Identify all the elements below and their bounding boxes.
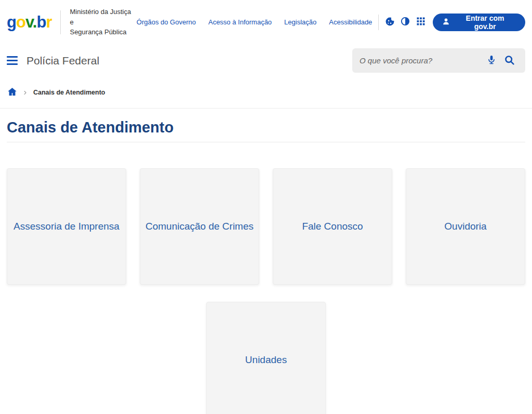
govbr-logo-letter: v — [25, 13, 33, 31]
govbr-logo[interactable]: gov.br — [7, 13, 51, 32]
contrast-icon — [401, 17, 410, 28]
link-orgaos-do-governo[interactable]: Órgãos do Governo — [137, 18, 196, 26]
cookie-settings-button[interactable] — [382, 15, 397, 30]
apps-menu-button[interactable] — [413, 15, 429, 30]
breadcrumb-current: Canais de Atendimento — [33, 89, 105, 96]
card-label: Fale Conosco — [302, 221, 363, 232]
org-title[interactable]: Polícia Federal — [26, 55, 99, 67]
home-icon — [7, 87, 17, 98]
search-input[interactable] — [360, 56, 483, 65]
search-box — [352, 48, 525, 73]
cards-row-top: Assessoria de Imprensa Comunicação de Cr… — [7, 168, 525, 285]
link-legislacao[interactable]: Legislação — [284, 18, 316, 26]
search-icon — [504, 55, 515, 67]
user-icon — [442, 18, 450, 27]
govbr-logo-letter: b — [36, 13, 46, 31]
org-bar-left: Polícia Federal — [7, 54, 99, 68]
login-button[interactable]: Entrar com gov.br — [433, 14, 525, 31]
card-label: Ouvidoria — [444, 221, 486, 232]
login-button-label: Entrar com gov.br — [454, 14, 516, 31]
ministry-name-line2: Segurança Pública — [70, 27, 136, 37]
search-submit-button[interactable] — [500, 53, 518, 69]
contrast-toggle-button[interactable] — [397, 15, 413, 30]
header-vertical-divider — [378, 15, 379, 30]
card-comunicacao-de-crimes[interactable]: Comunicação de Crimes — [140, 168, 259, 285]
card-label: Unidades — [245, 354, 287, 366]
apps-grid-icon — [416, 17, 425, 28]
breadcrumb: Canais de Atendimento — [0, 77, 532, 109]
cookie-icon — [385, 17, 395, 28]
govbr-logo-letter: r — [46, 13, 51, 31]
gov-header-left: gov.br Ministério da Justiça e Segurança… — [7, 7, 137, 37]
gov-header-links: Órgãos do Governo Acesso à Informação Le… — [137, 18, 373, 26]
gov-header-bar: gov.br Ministério da Justiça e Segurança… — [0, 0, 532, 44]
breadcrumb-chevron-icon — [23, 88, 28, 97]
microphone-icon — [486, 55, 497, 66]
link-acesso-a-informacao[interactable]: Acesso à Informação — [208, 18, 272, 26]
ministry-name[interactable]: Ministério da Justiça e Segurança Públic… — [70, 7, 136, 37]
card-ouvidoria[interactable]: Ouvidoria — [406, 168, 525, 285]
govbr-logo-letter: g — [7, 13, 16, 31]
gov-header-right: Órgãos do Governo Acesso à Informação Le… — [137, 14, 525, 31]
org-bar: Polícia Federal — [0, 44, 532, 77]
card-label: Comunicação de Crimes — [145, 221, 254, 232]
link-acessibilidade[interactable]: Acessibilidade — [329, 18, 372, 26]
hamburger-menu-icon[interactable] — [7, 54, 20, 68]
header-vertical-divider — [60, 10, 61, 34]
card-label: Assessoria de Imprensa — [14, 221, 119, 232]
ministry-name-line1: Ministério da Justiça e — [70, 7, 136, 27]
voice-search-button[interactable] — [483, 53, 500, 69]
page-title: Canais de Atendimento — [7, 119, 525, 142]
breadcrumb-home-link[interactable] — [7, 87, 17, 98]
govbr-logo-letter: o — [16, 13, 25, 31]
cards-row-bottom: Unidades — [7, 302, 525, 414]
card-fale-conosco[interactable]: Fale Conosco — [273, 168, 392, 285]
card-assessoria-de-imprensa[interactable]: Assessoria de Imprensa — [7, 168, 126, 285]
card-unidades[interactable]: Unidades — [206, 302, 326, 414]
